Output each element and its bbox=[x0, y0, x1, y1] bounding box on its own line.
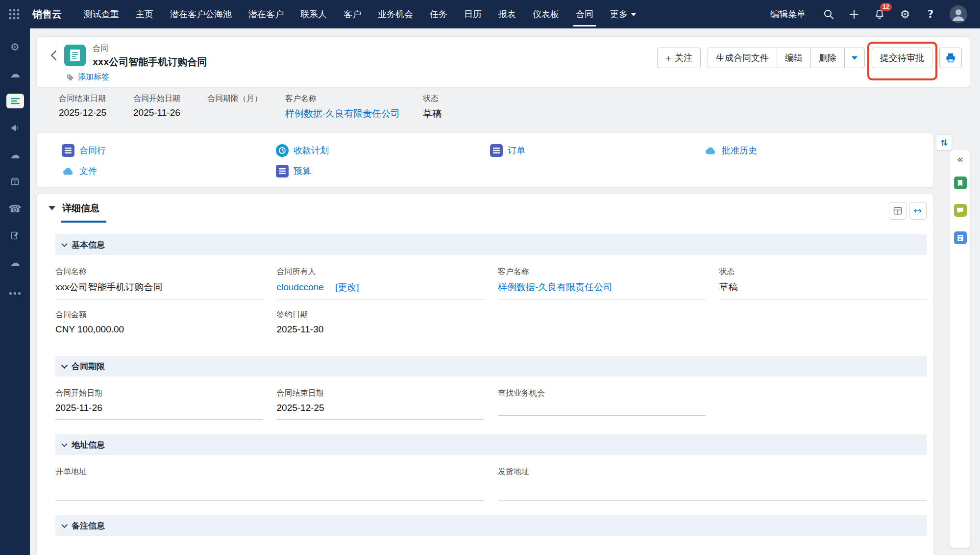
tab-dashboards[interactable]: 仪表板 bbox=[524, 0, 567, 28]
related-link-files[interactable]: 文件 bbox=[62, 164, 276, 178]
grid-icon bbox=[276, 165, 289, 177]
account-link[interactable]: 样例数据-久良有限责任公司 bbox=[498, 282, 612, 292]
list-lines-icon bbox=[10, 97, 20, 105]
sidebar-item-sales-active[interactable] bbox=[0, 87, 30, 114]
field-contract-owner[interactable]: 合同所有人 cloudccone [更改] bbox=[277, 267, 485, 300]
delete-button[interactable]: 删除 bbox=[810, 48, 845, 68]
print-button[interactable] bbox=[939, 48, 962, 68]
field-opportunity-lookup[interactable]: 查找业务机会 bbox=[498, 388, 706, 420]
action-button-group: 生成合同文件 编辑 删除 bbox=[708, 48, 865, 68]
section-notes-info[interactable]: 备注信息 bbox=[55, 515, 927, 536]
section-contract-term[interactable]: 合同期限 bbox=[55, 356, 927, 377]
chevron-left-icon bbox=[48, 48, 61, 63]
chevron-down-icon bbox=[61, 241, 68, 247]
section-basic-info[interactable]: 基本信息 bbox=[55, 234, 927, 255]
more-actions-dropdown[interactable] bbox=[844, 48, 865, 68]
notes-panel-button[interactable] bbox=[954, 231, 967, 244]
tab-tasks[interactable]: 任务 bbox=[421, 0, 456, 28]
sidebar-item-tasks[interactable] bbox=[0, 222, 30, 249]
field-start-date[interactable]: 合同开始日期 2025-11-26 bbox=[55, 388, 263, 420]
sidebar-item-announcements[interactable] bbox=[0, 114, 30, 141]
highlight-contract-start-date: 合同开始日期 2025-11-26 bbox=[133, 94, 207, 126]
generate-contract-doc-button[interactable]: 生成合同文件 bbox=[708, 48, 777, 68]
record-header-card: 合同 xxx公司智能手机订购合同 添加标签 + 关注 生成合同文件 编辑 删除 bbox=[36, 36, 970, 88]
field-status[interactable]: 状态 草稿 bbox=[719, 267, 927, 300]
highlight-contract-term-months: 合同期限（月） bbox=[207, 94, 285, 126]
sidebar-item-files[interactable]: ☁ bbox=[0, 249, 30, 276]
field-account-name[interactable]: 客户名称 样例数据-久良有限责任公司 bbox=[498, 267, 706, 300]
change-owner-link[interactable]: [更改] bbox=[335, 282, 359, 292]
related-link-orders[interactable]: 订单 bbox=[490, 143, 704, 158]
chevron-down-icon bbox=[61, 441, 68, 447]
tab-opportunities[interactable]: 业务机会 bbox=[369, 0, 421, 28]
note-lines-icon bbox=[957, 234, 964, 242]
app-launcher-icon[interactable] bbox=[0, 0, 28, 28]
tab-calendar[interactable]: 日历 bbox=[456, 0, 490, 28]
field-end-date[interactable]: 合同结束日期 2025-12-25 bbox=[277, 388, 485, 420]
nav-tabs: 测试查重 主页 潜在客户公海池 潜在客户 联系人 客户 业务机会 任务 日历 报… bbox=[75, 0, 644, 28]
tab-dedupe-test[interactable]: 测试查重 bbox=[75, 0, 127, 28]
cloud-icon: ☁ bbox=[10, 149, 20, 161]
follow-button[interactable]: + 关注 bbox=[657, 48, 701, 68]
sidebar-item-settings[interactable]: ⚙ bbox=[0, 33, 30, 60]
help-icon[interactable]: ? bbox=[924, 8, 937, 21]
basic-info-fields: 合同名称 xxx公司智能手机订购合同 合同所有人 cloudccone [更改]… bbox=[55, 255, 927, 344]
megaphone-icon bbox=[10, 123, 21, 133]
sidebar-item-calls[interactable]: ☎ bbox=[0, 195, 30, 222]
settings-gear-icon[interactable]: ⚙ bbox=[899, 8, 911, 21]
tab-reports[interactable]: 报表 bbox=[490, 0, 524, 28]
search-icon[interactable] bbox=[822, 8, 835, 21]
account-link[interactable]: 样例数据-久良有限责任公司 bbox=[285, 107, 413, 120]
tab-home[interactable]: 主页 bbox=[127, 0, 162, 28]
sidebar-item-cloud-sync[interactable]: ☁ bbox=[0, 60, 30, 87]
field-billing-address[interactable]: 开单地址 bbox=[55, 467, 484, 501]
printer-icon bbox=[945, 52, 956, 64]
tab-contacts[interactable]: 联系人 bbox=[292, 0, 335, 28]
triangle-down-icon bbox=[49, 206, 55, 210]
tab-more[interactable]: 更多 bbox=[602, 0, 644, 28]
tab-lead-pool[interactable]: 潜在客户公海池 bbox=[162, 0, 240, 28]
status-value: 草稿 bbox=[423, 107, 441, 120]
expand-width-button[interactable] bbox=[909, 202, 927, 220]
edit-button[interactable]: 编辑 bbox=[777, 48, 811, 68]
section-address-info[interactable]: 地址信息 bbox=[55, 434, 927, 455]
tab-more-label: 更多 bbox=[610, 8, 628, 20]
gear-icon: ⚙ bbox=[10, 41, 20, 53]
avatar[interactable] bbox=[950, 5, 967, 23]
chevron-down-icon bbox=[61, 362, 68, 369]
field-contract-amount[interactable]: 合同金额 CNY 100,000.00 bbox=[55, 310, 263, 341]
cloud-icon bbox=[704, 144, 717, 157]
ellipsis-icon bbox=[9, 292, 12, 295]
layout-view-button[interactable] bbox=[889, 202, 906, 220]
sidebar-item-products[interactable] bbox=[0, 168, 30, 195]
tab-contracts[interactable]: 合同 bbox=[567, 0, 602, 28]
sidebar-item-cloud[interactable]: ☁ bbox=[0, 141, 30, 168]
back-button[interactable] bbox=[47, 45, 62, 66]
related-link-approval-history[interactable]: 批准历史 bbox=[704, 143, 918, 158]
edit-menu-button[interactable]: 编辑菜单 bbox=[770, 8, 806, 20]
toggle-panel-button[interactable] bbox=[936, 134, 952, 151]
app-screen: 销售云 测试查重 主页 潜在客户公海池 潜在客户 联系人 客户 业务机会 任务 … bbox=[0, 0, 980, 555]
top-navigation-bar: 销售云 测试查重 主页 潜在客户公海池 潜在客户 联系人 客户 业务机会 任务 … bbox=[0, 0, 980, 28]
notifications-bell-icon[interactable]: 12 bbox=[873, 8, 886, 21]
chat-panel-button[interactable] bbox=[954, 204, 967, 217]
related-link-budget[interactable]: 预算 bbox=[276, 164, 490, 178]
owner-link[interactable]: cloudccone bbox=[277, 282, 324, 292]
tab-accounts[interactable]: 客户 bbox=[335, 0, 369, 28]
collapse-rail-button[interactable]: « bbox=[957, 154, 963, 165]
tab-leads[interactable]: 潜在客户 bbox=[240, 0, 292, 28]
related-links-card: 合同行 收款计划 订单 批准历史 文件 bbox=[36, 133, 934, 188]
related-link-payment-plan[interactable]: 收款计划 bbox=[276, 143, 490, 158]
tab-details[interactable]: 详细信息 bbox=[61, 202, 106, 223]
bookmark-panel-button[interactable] bbox=[954, 177, 967, 189]
highlight-contract-end-date: 合同结束日期 2025-12-25 bbox=[59, 94, 133, 126]
submit-for-approval-button[interactable]: 提交待审批 bbox=[872, 48, 932, 68]
add-tag-link[interactable]: 添加标签 bbox=[66, 72, 109, 82]
field-sign-date[interactable]: 签约日期 2025-11-30 bbox=[277, 310, 485, 341]
sidebar-item-more[interactable] bbox=[0, 280, 30, 307]
field-contract-name[interactable]: 合同名称 xxx公司智能手机订购合同 bbox=[55, 267, 263, 300]
related-link-contract-lines[interactable]: 合同行 bbox=[62, 143, 276, 158]
field-shipping-address[interactable]: 发货地址 bbox=[498, 467, 927, 501]
add-icon[interactable] bbox=[848, 8, 860, 21]
chat-bubble-icon bbox=[956, 207, 964, 214]
